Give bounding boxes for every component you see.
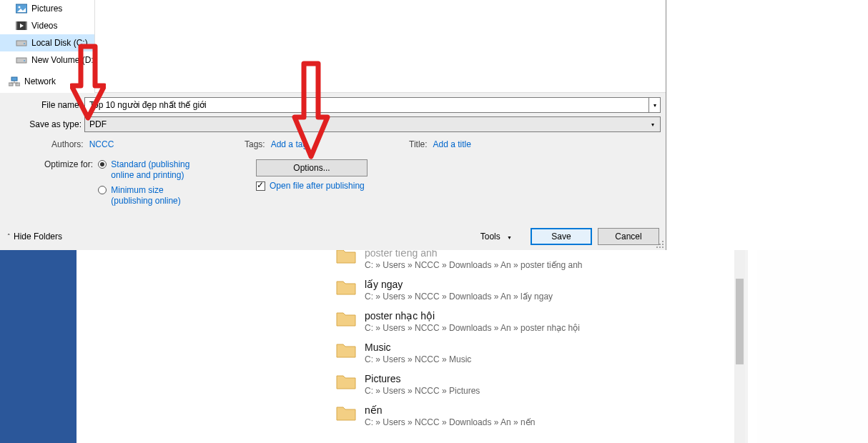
tree-item-videos[interactable]: Videos	[0, 17, 94, 34]
item-title: Pictures	[365, 372, 480, 385]
savetype-label: Save as type:	[6, 119, 84, 129]
cancel-button[interactable]: Cancel	[598, 228, 659, 245]
item-path: C: » Users » NCCC » Downloads » An » lấy…	[365, 291, 553, 302]
tools-menu[interactable]: Tools ▼	[480, 232, 512, 242]
tree-label: New Volume (D:)	[31, 55, 97, 65]
savetype-value: PDF	[89, 119, 107, 129]
title-label: Title:	[409, 139, 428, 149]
radio-minimum-label: Minimum size (publishing online)	[111, 185, 204, 206]
save-as-dialog: Pictures Videos Local Disk (C:) New Volu…	[0, 0, 666, 250]
tree-label: Local Disk (C:)	[31, 38, 88, 48]
chevron-up-icon: ˄	[7, 233, 11, 240]
list-item[interactable]: lấy ngay C: » Users » NCCC » Downloads »…	[336, 278, 736, 302]
recent-folders-list: poster tiếng anh C: » Users » NCCC » Dow…	[336, 247, 736, 435]
file-list-area[interactable]	[95, 0, 666, 93]
authors-value[interactable]: NCCC	[89, 139, 114, 149]
svg-rect-3	[16, 21, 17, 30]
svg-rect-7	[16, 58, 26, 63]
drive-icon	[16, 55, 27, 65]
folder-icon	[336, 342, 356, 358]
filename-dropdown[interactable]: ▾	[649, 97, 661, 113]
tree-label: Videos	[31, 21, 57, 31]
item-path: C: » Users » NCCC » Pictures	[365, 385, 480, 397]
save-button[interactable]: Save	[531, 228, 592, 245]
tree-item-local-disk-c[interactable]: Local Disk (C:)	[0, 34, 94, 51]
videos-icon	[16, 21, 27, 31]
tree-item-new-volume-d[interactable]: New Volume (D:)	[0, 51, 94, 69]
svg-rect-4	[26, 21, 27, 30]
svg-point-19	[662, 247, 664, 248]
tags-value[interactable]: Add a tag	[271, 139, 307, 149]
resize-grip-icon[interactable]	[656, 240, 664, 249]
hide-folders-toggle[interactable]: ˄ Hide Folders	[7, 232, 62, 242]
svg-point-17	[656, 247, 658, 248]
list-item[interactable]: poster nhạc hội C: » Users » NCCC » Down…	[336, 309, 736, 334]
item-title: lấy ngay	[365, 278, 553, 291]
optimize-label: Optimize for:	[44, 159, 93, 169]
save-form: File name: ▾ Save as type: PDF ▾ Authors…	[0, 93, 666, 209]
list-item[interactable]: poster tiếng anh C: » Users » NCCC » Dow…	[336, 247, 736, 271]
tags-label: Tags:	[245, 139, 265, 149]
svg-point-16	[662, 244, 664, 245]
scrollbar-thumb[interactable]	[736, 279, 744, 364]
title-value[interactable]: Add a title	[433, 139, 471, 149]
radio-standard[interactable]	[98, 160, 107, 169]
radio-minimum[interactable]	[98, 186, 107, 194]
folder-tree: Pictures Videos Local Disk (C:) New Volu…	[0, 0, 95, 93]
pictures-icon	[16, 4, 27, 14]
folder-icon	[336, 311, 356, 327]
tree-item-network[interactable]: Network	[0, 73, 94, 90]
chevron-down-icon: ▾	[654, 102, 656, 109]
svg-point-18	[659, 247, 661, 248]
word-left-rail	[0, 250, 77, 443]
tree-label: Network	[24, 76, 56, 86]
filename-input[interactable]	[84, 97, 649, 113]
item-title: Music	[365, 341, 471, 354]
svg-rect-9	[11, 77, 17, 81]
open-after-checkbox[interactable]	[256, 181, 265, 191]
item-title: poster nhạc hội	[365, 309, 580, 322]
svg-point-15	[659, 244, 661, 245]
radio-standard-label: Standard (publishing online and printing…	[111, 159, 204, 181]
chevron-down-icon: ▾	[647, 121, 659, 128]
list-item[interactable]: Pictures C: » Users » NCCC » Pictures	[336, 372, 736, 397]
svg-rect-11	[16, 83, 20, 86]
folder-icon	[336, 405, 356, 421]
svg-rect-5	[16, 41, 26, 46]
right-panel	[757, 250, 868, 443]
folder-icon	[336, 374, 356, 389]
item-title: nến	[365, 404, 535, 417]
savetype-combo[interactable]: PDF ▾	[84, 116, 661, 132]
network-icon	[9, 76, 20, 86]
svg-point-1	[19, 6, 21, 9]
item-path: C: » Users » NCCC » Downloads » An » pos…	[365, 259, 582, 271]
svg-point-14	[662, 241, 664, 242]
options-button[interactable]: Options...	[256, 159, 368, 176]
svg-point-6	[24, 43, 25, 44]
tree-label: Pictures	[31, 4, 62, 14]
folder-icon	[336, 248, 356, 264]
tree-item-pictures[interactable]: Pictures	[0, 0, 94, 17]
filename-label: File name:	[6, 100, 84, 110]
list-item[interactable]: Music C: » Users » NCCC » Music	[336, 341, 736, 365]
list-item[interactable]: nến C: » Users » NCCC » Downloads » An »…	[336, 404, 736, 428]
item-path: C: » Users » NCCC » Downloads » An » pos…	[365, 322, 580, 334]
dialog-footer: ˄ Hide Folders Tools ▼ Save Cancel	[0, 223, 666, 250]
item-path: C: » Users » NCCC » Music	[365, 354, 471, 365]
authors-label: Authors:	[51, 139, 84, 149]
open-after-label: Open file after publishing	[270, 181, 365, 191]
hide-folders-label: Hide Folders	[14, 232, 62, 242]
folder-icon	[336, 279, 356, 295]
chevron-down-icon: ▼	[507, 235, 512, 240]
svg-rect-10	[9, 83, 13, 86]
item-path: C: » Users » NCCC » Downloads » An » nến	[365, 417, 535, 428]
svg-point-8	[24, 60, 25, 61]
drive-icon	[16, 38, 27, 48]
tools-label: Tools	[480, 232, 500, 242]
